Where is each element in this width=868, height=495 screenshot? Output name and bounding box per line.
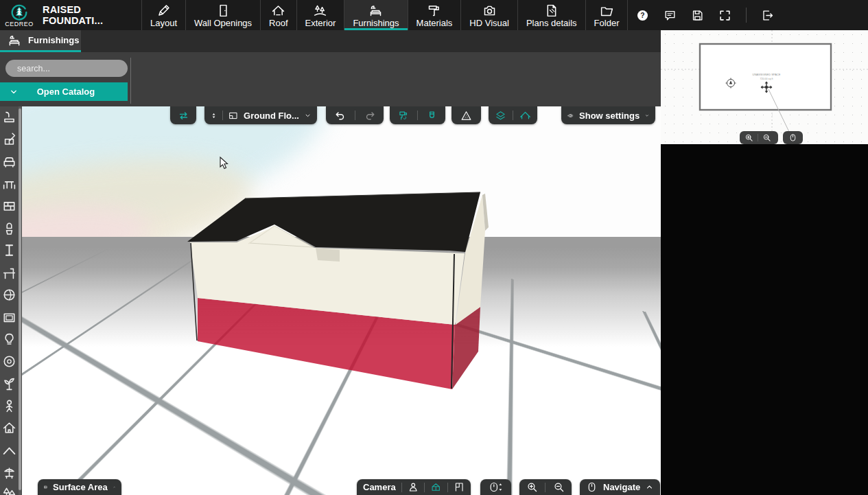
- show-settings-label: Show settings: [579, 111, 640, 121]
- search-input[interactable]: [17, 64, 128, 73]
- warning-button[interactable]: [451, 106, 481, 124]
- help-icon[interactable]: ?: [636, 9, 649, 22]
- furnishings-panel: Furnishings Open Catalog: [0, 30, 661, 106]
- camera-icon: [482, 3, 497, 18]
- chevron-down-icon: [645, 112, 649, 119]
- switch-2d-3d-button[interactable]: [170, 106, 196, 124]
- room-outline: [700, 44, 831, 110]
- trees-path-icon: [313, 3, 327, 18]
- category-kitchen-icon[interactable]: [2, 198, 16, 213]
- top-bar: CEDREO RAISED FOUNDATI... Layout Wall Op…: [0, 0, 868, 30]
- plan-tags-icon: [544, 3, 559, 18]
- tab-plans-details[interactable]: Plans details: [517, 0, 585, 30]
- house-3d-icon[interactable]: [430, 481, 441, 493]
- camera-group: Camera: [357, 479, 471, 495]
- paint-magnet-group: [390, 106, 445, 124]
- room-area-label: 720.00 sq ft: [760, 78, 773, 80]
- tab-roof[interactable]: Roof: [260, 0, 296, 30]
- eye-icon: [567, 110, 574, 122]
- chevron-down-icon: [10, 88, 18, 96]
- category-plant-icon[interactable]: [2, 377, 16, 391]
- category-bulb-icon[interactable]: [2, 332, 16, 347]
- table-icon: [44, 481, 47, 493]
- svg-text:?: ?: [641, 12, 645, 19]
- person-view-icon[interactable]: [408, 481, 419, 493]
- roof-icon: [271, 3, 285, 18]
- category-ball-icon[interactable]: [2, 288, 16, 302]
- tab-wall-openings[interactable]: Wall Openings: [185, 0, 260, 30]
- panel-divider: [130, 58, 131, 104]
- layers-roof-group: [489, 106, 537, 124]
- paint-copy-icon[interactable]: [397, 110, 409, 122]
- category-patio-icon[interactable]: [2, 465, 16, 480]
- chevron-up-icon: [646, 483, 653, 491]
- paint-roller-icon: [427, 3, 441, 18]
- layers-icon[interactable]: [495, 110, 506, 122]
- zoom-in-icon[interactable]: [744, 133, 753, 142]
- room-label: UNASSIGNED SPACE: [753, 73, 781, 76]
- magnet-icon[interactable]: [426, 110, 438, 122]
- sidebar-scrollbar[interactable]: [19, 108, 21, 490]
- tab-hd-visual[interactable]: HD Visual: [460, 0, 517, 30]
- zoom-out-icon[interactable]: [762, 133, 771, 142]
- category-lamp-sofa-icon[interactable]: [2, 109, 16, 124]
- tab-furnishings[interactable]: Furnishings: [344, 0, 407, 30]
- category-desk-icon[interactable]: [2, 266, 16, 280]
- chevron-down-icon: [305, 112, 311, 119]
- surface-area-button[interactable]: Surface Area: [38, 479, 121, 495]
- category-person-icon[interactable]: [2, 399, 16, 413]
- category-roofline-icon[interactable]: [2, 444, 16, 458]
- panel-tab-furnishings[interactable]: Furnishings: [0, 30, 81, 52]
- cedreo-logo[interactable]: CEDREO: [0, 0, 38, 30]
- category-picture-frame-icon[interactable]: [2, 310, 16, 325]
- navigate-button[interactable]: Navigate: [580, 479, 660, 495]
- roofline-icon[interactable]: [519, 110, 531, 122]
- minimap-mouse-button[interactable]: [783, 131, 803, 144]
- tab-folder[interactable]: Folder: [585, 0, 629, 30]
- category-dining-table-icon[interactable]: [2, 176, 16, 191]
- category-sofa-icon[interactable]: [2, 154, 16, 168]
- floorplan-view-icon[interactable]: [454, 481, 465, 493]
- chevron-up-icon: [113, 483, 115, 491]
- top-right-icons: ?: [636, 0, 774, 30]
- floor-selector[interactable]: Ground Flo...: [204, 106, 317, 124]
- mouse-icon: [788, 133, 797, 142]
- project-name: RAISED FOUNDATI...: [38, 0, 141, 30]
- divider: [746, 8, 747, 23]
- category-garden-trees-icon[interactable]: [2, 486, 16, 495]
- folder-icon: [600, 3, 614, 18]
- floor-spinner-icon[interactable]: [211, 110, 217, 122]
- category-bed-icon[interactable]: [2, 243, 16, 257]
- floorplan-mini-icon: [228, 110, 238, 122]
- save-icon[interactable]: [691, 9, 704, 22]
- undo-redo-group: [326, 106, 384, 124]
- zoom-in-icon[interactable]: [526, 481, 538, 493]
- tab-materials[interactable]: Materials: [408, 0, 461, 30]
- category-house-icon[interactable]: [2, 421, 16, 435]
- tab-exterior[interactable]: Exterior: [296, 0, 344, 30]
- zoom-group: [519, 479, 572, 495]
- viewport-3d[interactable]: Ground Flo... Show settings: [22, 106, 661, 495]
- chat-icon[interactable]: [664, 9, 677, 22]
- lamp-sofa-icon: [368, 3, 383, 18]
- minimap-2d[interactable]: UNASSIGNED SPACE 720.00 sq ft: [661, 30, 868, 144]
- exit-icon[interactable]: [761, 9, 774, 22]
- zoom-out-icon[interactable]: [553, 481, 565, 493]
- fullscreen-icon[interactable]: [718, 9, 731, 22]
- floor-selector-label: Ground Flo...: [244, 111, 299, 121]
- cedreo-app: CEDREO RAISED FOUNDATI... Layout Wall Op…: [0, 0, 868, 495]
- category-bathroom-icon[interactable]: [2, 221, 16, 235]
- show-settings-button[interactable]: Show settings: [561, 106, 655, 124]
- swap-icon: [178, 110, 189, 122]
- mouse-icon: [586, 481, 598, 493]
- search-box[interactable]: [5, 60, 128, 77]
- warning-icon: [460, 110, 472, 122]
- category-sidebar: [0, 106, 22, 495]
- undo-icon[interactable]: [334, 110, 346, 122]
- category-decor-box-icon[interactable]: [2, 131, 16, 146]
- redo-icon[interactable]: [364, 110, 376, 122]
- mouse-scroll-button[interactable]: [480, 479, 511, 495]
- tab-layout[interactable]: Layout: [141, 0, 185, 30]
- category-rug-icon[interactable]: [2, 354, 16, 369]
- open-catalog-button[interactable]: Open Catalog: [0, 82, 128, 101]
